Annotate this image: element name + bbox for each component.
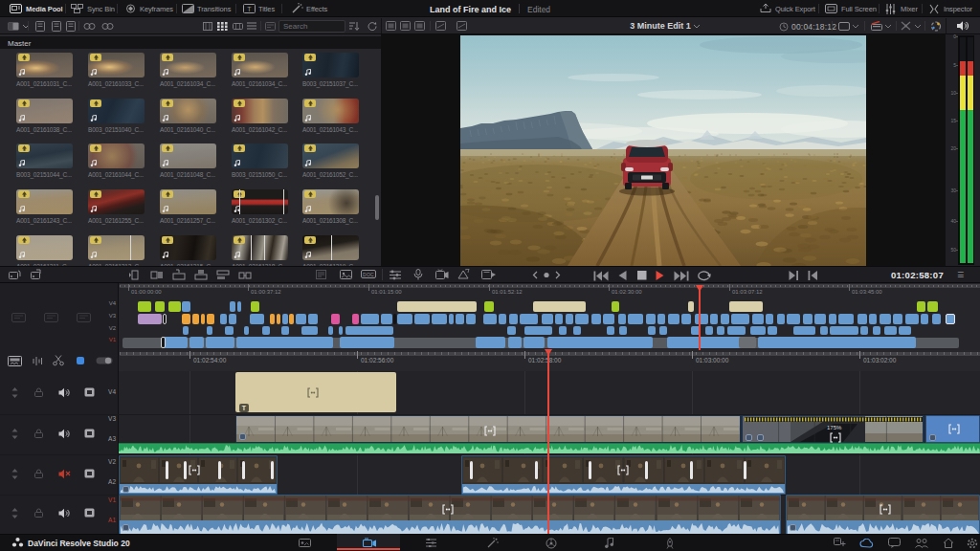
svg-text:T: T [247, 6, 252, 12]
